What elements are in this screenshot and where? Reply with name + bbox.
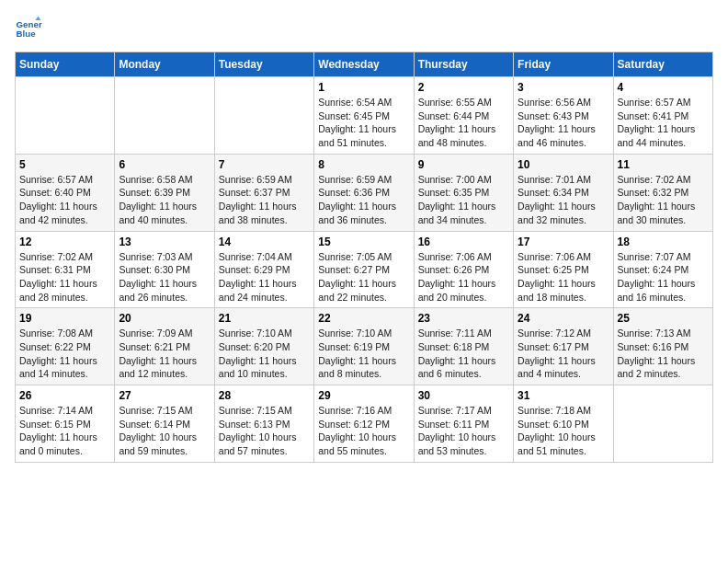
day-info: Sunrise: 7:18 AM Sunset: 6:10 PM Dayligh… [518,404,609,458]
day-info: Sunrise: 7:12 AM Sunset: 6:17 PM Dayligh… [518,327,609,381]
calendar-cell: 1Sunrise: 6:54 AM Sunset: 6:45 PM Daylig… [314,77,414,155]
day-info: Sunrise: 7:05 AM Sunset: 6:27 PM Dayligh… [318,250,409,304]
day-info: Sunrise: 6:59 AM Sunset: 6:36 PM Dayligh… [318,173,409,227]
calendar-cell: 21Sunrise: 7:10 AM Sunset: 6:20 PM Dayli… [214,308,313,385]
calendar-cell: 30Sunrise: 7:17 AM Sunset: 6:11 PM Dayli… [414,385,513,463]
calendar-cell: 10Sunrise: 7:01 AM Sunset: 6:34 PM Dayli… [514,154,613,231]
calendar-cell: 25Sunrise: 7:13 AM Sunset: 6:16 PM Dayli… [613,308,712,385]
day-number: 13 [119,236,210,248]
calendar-cell [115,77,214,155]
day-number: 4 [618,81,709,94]
calendar-cell [16,77,115,155]
day-number: 17 [518,236,609,248]
page-header: General Blue [15,15,713,42]
day-header-tuesday: Tuesday [214,52,313,77]
day-info: Sunrise: 6:58 AM Sunset: 6:39 PM Dayligh… [119,173,210,227]
day-info: Sunrise: 7:15 AM Sunset: 6:13 PM Dayligh… [219,404,310,458]
day-info: Sunrise: 7:02 AM Sunset: 6:32 PM Dayligh… [618,173,709,227]
day-number: 18 [618,236,709,248]
day-number: 30 [418,389,509,402]
calendar-cell: 4Sunrise: 6:57 AM Sunset: 6:41 PM Daylig… [613,77,712,155]
calendar-cell: 20Sunrise: 7:09 AM Sunset: 6:21 PM Dayli… [115,308,214,385]
day-number: 7 [219,158,310,171]
day-number: 9 [418,158,509,171]
calendar-cell: 24Sunrise: 7:12 AM Sunset: 6:17 PM Dayli… [514,308,613,385]
day-number: 15 [318,236,409,248]
day-header-monday: Monday [115,52,214,77]
day-info: Sunrise: 7:11 AM Sunset: 6:18 PM Dayligh… [418,327,509,381]
calendar-cell: 16Sunrise: 7:06 AM Sunset: 6:26 PM Dayli… [414,231,513,308]
day-number: 3 [518,81,609,94]
day-info: Sunrise: 6:56 AM Sunset: 6:43 PM Dayligh… [518,96,609,150]
calendar-cell: 26Sunrise: 7:14 AM Sunset: 6:15 PM Dayli… [16,385,115,463]
day-info: Sunrise: 7:16 AM Sunset: 6:12 PM Dayligh… [318,404,409,458]
day-number: 14 [219,236,310,248]
calendar-cell: 31Sunrise: 7:18 AM Sunset: 6:10 PM Dayli… [514,385,613,463]
day-number: 8 [318,158,409,171]
calendar-cell [214,77,313,155]
day-number: 28 [219,389,310,402]
calendar-cell: 22Sunrise: 7:10 AM Sunset: 6:19 PM Dayli… [314,308,414,385]
calendar-cell: 6Sunrise: 6:58 AM Sunset: 6:39 PM Daylig… [115,154,214,231]
day-number: 10 [518,158,609,171]
day-number: 16 [418,236,509,248]
calendar-cell: 15Sunrise: 7:05 AM Sunset: 6:27 PM Dayli… [314,231,414,308]
day-info: Sunrise: 7:08 AM Sunset: 6:22 PM Dayligh… [19,327,110,381]
day-info: Sunrise: 6:55 AM Sunset: 6:44 PM Dayligh… [418,96,509,150]
day-header-sunday: Sunday [16,52,115,77]
day-info: Sunrise: 7:03 AM Sunset: 6:30 PM Dayligh… [119,250,210,304]
day-number: 24 [518,312,609,325]
day-info: Sunrise: 6:59 AM Sunset: 6:37 PM Dayligh… [219,173,310,227]
svg-text:General: General [17,19,43,29]
svg-marker-2 [36,17,41,21]
calendar-cell: 3Sunrise: 6:56 AM Sunset: 6:43 PM Daylig… [514,77,613,155]
calendar-cell: 14Sunrise: 7:04 AM Sunset: 6:29 PM Dayli… [214,231,313,308]
calendar-cell: 11Sunrise: 7:02 AM Sunset: 6:32 PM Dayli… [613,154,712,231]
day-info: Sunrise: 7:06 AM Sunset: 6:26 PM Dayligh… [418,250,509,304]
day-info: Sunrise: 7:13 AM Sunset: 6:16 PM Dayligh… [618,327,709,381]
day-number: 5 [19,158,110,171]
calendar-cell: 17Sunrise: 7:06 AM Sunset: 6:25 PM Dayli… [514,231,613,308]
calendar-cell: 2Sunrise: 6:55 AM Sunset: 6:44 PM Daylig… [414,77,513,155]
day-info: Sunrise: 7:10 AM Sunset: 6:19 PM Dayligh… [318,327,409,381]
calendar-cell: 27Sunrise: 7:15 AM Sunset: 6:14 PM Dayli… [115,385,214,463]
calendar-table: SundayMondayTuesdayWednesdayThursdayFrid… [15,52,713,463]
calendar-cell: 12Sunrise: 7:02 AM Sunset: 6:31 PM Dayli… [16,231,115,308]
day-number: 23 [418,312,509,325]
calendar-cell: 29Sunrise: 7:16 AM Sunset: 6:12 PM Dayli… [314,385,414,463]
calendar-cell: 7Sunrise: 6:59 AM Sunset: 6:37 PM Daylig… [214,154,313,231]
day-info: Sunrise: 6:57 AM Sunset: 6:41 PM Dayligh… [618,96,709,150]
logo-icon: General Blue [15,15,42,42]
day-info: Sunrise: 7:04 AM Sunset: 6:29 PM Dayligh… [219,250,310,304]
day-number: 25 [618,312,709,325]
day-header-wednesday: Wednesday [314,52,414,77]
day-info: Sunrise: 7:10 AM Sunset: 6:20 PM Dayligh… [219,327,310,381]
day-number: 22 [318,312,409,325]
calendar-cell: 5Sunrise: 6:57 AM Sunset: 6:40 PM Daylig… [16,154,115,231]
day-number: 11 [618,158,709,171]
day-info: Sunrise: 7:14 AM Sunset: 6:15 PM Dayligh… [19,404,110,458]
logo: General Blue [15,15,42,42]
calendar-cell: 9Sunrise: 7:00 AM Sunset: 6:35 PM Daylig… [414,154,513,231]
day-number: 1 [318,81,409,94]
day-number: 2 [418,81,509,94]
day-info: Sunrise: 7:17 AM Sunset: 6:11 PM Dayligh… [418,404,509,458]
svg-text:Blue: Blue [17,29,37,39]
day-header-saturday: Saturday [613,52,712,77]
day-number: 29 [318,389,409,402]
calendar-cell: 18Sunrise: 7:07 AM Sunset: 6:24 PM Dayli… [613,231,712,308]
calendar-cell: 13Sunrise: 7:03 AM Sunset: 6:30 PM Dayli… [115,231,214,308]
day-number: 20 [119,312,210,325]
calendar-cell: 19Sunrise: 7:08 AM Sunset: 6:22 PM Dayli… [16,308,115,385]
day-number: 26 [19,389,110,402]
day-info: Sunrise: 7:09 AM Sunset: 6:21 PM Dayligh… [119,327,210,381]
day-number: 12 [19,236,110,248]
day-info: Sunrise: 6:54 AM Sunset: 6:45 PM Dayligh… [318,96,409,150]
day-info: Sunrise: 6:57 AM Sunset: 6:40 PM Dayligh… [19,173,110,227]
calendar-cell: 23Sunrise: 7:11 AM Sunset: 6:18 PM Dayli… [414,308,513,385]
day-header-friday: Friday [514,52,613,77]
day-number: 31 [518,389,609,402]
day-number: 6 [119,158,210,171]
day-info: Sunrise: 7:15 AM Sunset: 6:14 PM Dayligh… [119,404,210,458]
day-number: 19 [19,312,110,325]
